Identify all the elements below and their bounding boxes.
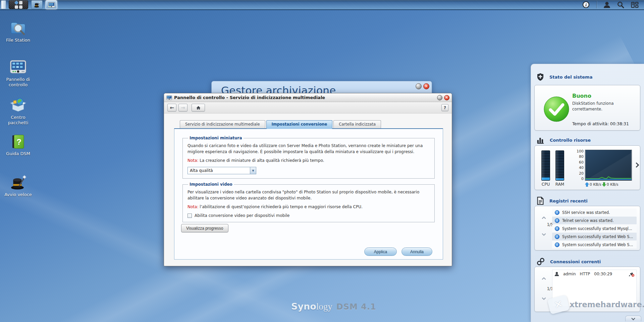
taskbar: i xyxy=(0,0,644,10)
log-row[interactable]: iTelnet service was started. xyxy=(552,217,637,224)
synology-wordmark: Synology xyxy=(291,301,332,312)
user-icon[interactable] xyxy=(603,1,610,8)
network-graph xyxy=(585,150,632,181)
apply-button[interactable]: Applica xyxy=(364,247,397,256)
desktop-icon-file-station[interactable]: File Station xyxy=(1,19,36,43)
view-progress-button[interactable]: Visualizza progresso xyxy=(181,224,228,232)
desktop-icon-control-panel[interactable]: Pannello di controllo xyxy=(1,59,36,88)
cpu-label: CPU xyxy=(539,182,552,187)
sidebar-collapse-tab[interactable] xyxy=(625,316,641,321)
tab-conversion-settings[interactable]: Impostazioni conversione xyxy=(266,120,333,129)
watermark: ✕ xtremehardware.com xyxy=(549,297,644,312)
conversion-settings-panel: Impostazioni miniatura Quando si carican… xyxy=(174,128,443,260)
close-icon[interactable]: ✕ xyxy=(444,95,449,100)
axis-tick: 0 xyxy=(570,177,584,181)
connection-protocol: HTTP xyxy=(580,272,590,276)
tab-indexed-folder[interactable]: Cartella indicizzata xyxy=(333,120,381,128)
close-icon[interactable]: ✕ xyxy=(423,83,429,89)
desktop-icon-dsm-help[interactable]: ? Guida DSM xyxy=(1,134,36,156)
widget-title: Registri recenti xyxy=(549,198,588,203)
download-arrow-icon xyxy=(602,182,606,187)
video-settings-group: Impostazioni video Per visualizzare i vi… xyxy=(182,182,435,222)
home-button[interactable] xyxy=(192,104,205,111)
desktop-icon-label: File Station xyxy=(1,38,36,43)
recent-logs-header: Registri recenti xyxy=(536,196,588,205)
status-ok-icon xyxy=(543,96,570,122)
resource-monitor-card: CPU RAM 100 80 60 40 20 0 0 KB/s 0 KB/s xyxy=(534,145,640,190)
taskbar-control-panel-button[interactable] xyxy=(46,0,57,9)
log-row[interactable]: iSystem successfully started Web S... xyxy=(552,241,637,248)
disconnect-icon[interactable] xyxy=(629,271,634,277)
file-station-icon xyxy=(9,19,27,36)
upload-speed: 0 KB/s xyxy=(590,182,601,187)
chevron-down-icon[interactable]: ▼ xyxy=(250,167,256,174)
quick-start-hat-icon xyxy=(9,174,27,191)
log-text: System successfully started Web S... xyxy=(562,242,633,247)
note-label: Nota: xyxy=(187,158,198,163)
minimize-button[interactable] xyxy=(416,83,422,89)
download-speed: 0 KB/s xyxy=(607,182,619,187)
taskbar-right-group: i xyxy=(582,0,644,9)
watermark-x-logo: ✕ xyxy=(547,295,570,315)
page-down-icon[interactable] xyxy=(542,232,546,236)
forward-button[interactable]: → xyxy=(178,104,187,111)
axis-tick: 20 xyxy=(570,171,584,176)
axis-tick: 40 xyxy=(570,166,584,170)
main-menu-button[interactable] xyxy=(9,0,28,9)
svg-text:?: ? xyxy=(16,137,21,146)
taskbar-quick-start-button[interactable] xyxy=(31,0,43,9)
group-description: Per visualizzare i video nella cartella … xyxy=(187,189,430,201)
page-down-icon[interactable] xyxy=(542,296,546,300)
system-status-card: Buono DiskStation funziona correttamente… xyxy=(534,85,640,131)
back-button[interactable]: ← xyxy=(167,104,176,111)
log-text: SSH service was started. xyxy=(562,210,610,215)
log-row[interactable]: iSSH service was started. xyxy=(552,209,637,216)
bar-chart-icon xyxy=(536,136,545,144)
note-text: l’abilitazione di quest’opzione richiede… xyxy=(200,204,363,209)
search-icon[interactable] xyxy=(617,1,624,8)
note-line: Nota: La creazione di miniature di alta … xyxy=(187,158,430,163)
dialog-titlebar[interactable]: Pannello di controllo - Servizio di indi… xyxy=(164,93,452,102)
mobile-conversion-row: Abilita conversione video per dispositiv… xyxy=(187,213,430,218)
main-menu-grid-icon xyxy=(15,1,22,9)
desktop-icon-label: Pannello di controllo xyxy=(4,77,33,88)
log-list: iSSH service was started. iTelnet servic… xyxy=(552,209,637,249)
desktop-icon-label: Avvio veloce xyxy=(1,192,36,197)
widgets-sidebar: Stato del sistema Buono DiskStation funz… xyxy=(531,64,644,322)
mobile-conversion-checkbox[interactable] xyxy=(187,214,192,218)
control-panel-icon xyxy=(9,59,27,76)
resource-monitor-header: Controllo risorse xyxy=(536,136,591,144)
ram-gauge xyxy=(555,150,564,181)
desktop-icon-quick-start[interactable]: Avvio veloce xyxy=(1,174,36,197)
info-icon: i xyxy=(555,226,559,231)
log-text: System successfully started Web S... xyxy=(562,234,633,239)
axis-tick: 80 xyxy=(570,154,584,159)
dialog-title: Pannello di controllo - Servizio di indi… xyxy=(174,95,325,100)
thumbnail-quality-select[interactable]: Alta qualità ▼ xyxy=(187,167,256,174)
connection-user: admin xyxy=(563,272,576,276)
cancel-button[interactable]: Annulla xyxy=(401,247,432,256)
expand-chevron-icon[interactable] xyxy=(634,163,639,168)
thumbnail-settings-group: Impostazioni miniatura Quando si carican… xyxy=(182,136,435,179)
cpu-gauge xyxy=(541,150,550,181)
tab-strip: Servizio di indicizzazione multimediale … xyxy=(180,120,382,129)
log-row[interactable]: iSystem successfully started Mysql... xyxy=(552,225,637,232)
widgets-panel-icon[interactable] xyxy=(631,1,639,8)
page-up-icon[interactable] xyxy=(542,216,546,221)
desktop-icon-package-center[interactable]: Centro pacchetti xyxy=(1,97,36,126)
page-up-icon[interactable] xyxy=(542,277,546,281)
help-button[interactable]: ? xyxy=(441,104,448,111)
svg-text:i: i xyxy=(585,2,587,7)
info-icon[interactable]: i xyxy=(582,1,590,8)
show-desktop-button[interactable] xyxy=(1,0,6,9)
log-row[interactable]: iSystem successfully started Web S... xyxy=(552,233,637,240)
connection-row[interactable]: admin HTTP 00:30:29 xyxy=(552,270,636,278)
group-legend: Impostazioni miniatura xyxy=(188,136,244,140)
log-text: System successfully started Mysql... xyxy=(562,226,632,231)
dialog-toolbar: ← → ? xyxy=(164,102,452,113)
network-speed-row: 0 KB/s 0 KB/s xyxy=(585,182,618,187)
minimize-button[interactable] xyxy=(437,95,442,100)
user-icon xyxy=(554,272,559,276)
tab-media-indexing-service[interactable]: Servizio di indicizzazione multimediale xyxy=(180,120,265,128)
connection-time: 00:30:29 xyxy=(594,272,612,276)
